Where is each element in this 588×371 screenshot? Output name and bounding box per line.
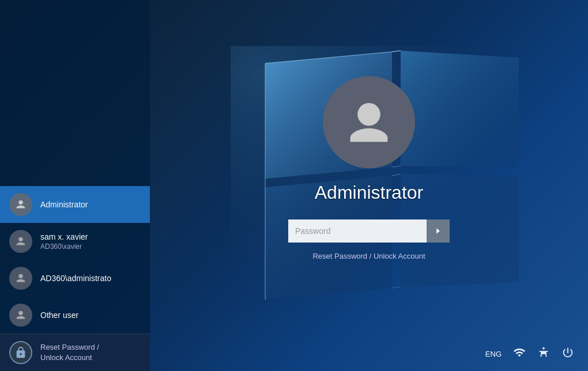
- svg-point-11: [18, 200, 22, 205]
- sidebar-item-administrator[interactable]: Administrator: [0, 186, 150, 223]
- sidebar-item-other-user-label: Other user: [40, 311, 78, 320]
- avatar-sam-xavier: [9, 230, 32, 253]
- avatar-administrator: [9, 193, 32, 216]
- sidebar-item-sam-xavier-sub: AD360\xavier: [40, 243, 88, 251]
- sidebar-item-sam-xavier[interactable]: sam x. xavier AD360\xavier: [0, 223, 150, 260]
- svg-point-12: [18, 237, 22, 241]
- language-button[interactable]: ENG: [485, 350, 502, 358]
- user-avatar-large: [323, 76, 415, 168]
- username-display: Administrator: [315, 182, 424, 203]
- avatar-ad360-admin: [9, 267, 32, 290]
- sidebar-item-administrator-label: Administrator: [40, 200, 88, 209]
- avatar-other-user: [9, 304, 32, 327]
- sidebar-item-other-user[interactable]: Other user: [0, 297, 150, 334]
- arrow-right-icon: [434, 226, 443, 236]
- network-icon[interactable]: [513, 346, 526, 362]
- svg-point-14: [18, 311, 22, 315]
- svg-point-15: [357, 103, 380, 126]
- reset-password-link[interactable]: Reset Password / Unlock Account: [312, 252, 425, 260]
- sidebar-item-sam-xavier-label: sam x. xavier: [40, 232, 88, 241]
- sidebar-item-ad360-admin-label: AD360\administrato: [40, 274, 111, 283]
- password-row: [288, 219, 450, 243]
- svg-point-13: [18, 274, 22, 278]
- power-icon[interactable]: [561, 346, 574, 362]
- sidebar: Administrator sam x. xavier AD360\xavier: [0, 0, 150, 371]
- password-input[interactable]: [288, 219, 427, 243]
- sign-in-button[interactable]: [427, 219, 450, 243]
- bottom-bar: ENG: [0, 336, 588, 371]
- accessibility-icon[interactable]: [537, 346, 550, 362]
- sidebar-item-sam-xavier-text: sam x. xavier AD360\xavier: [40, 232, 88, 251]
- sidebar-item-ad360-admin[interactable]: AD360\administrato: [0, 260, 150, 297]
- main-content: Administrator Reset Password / Unlock Ac…: [150, 0, 588, 371]
